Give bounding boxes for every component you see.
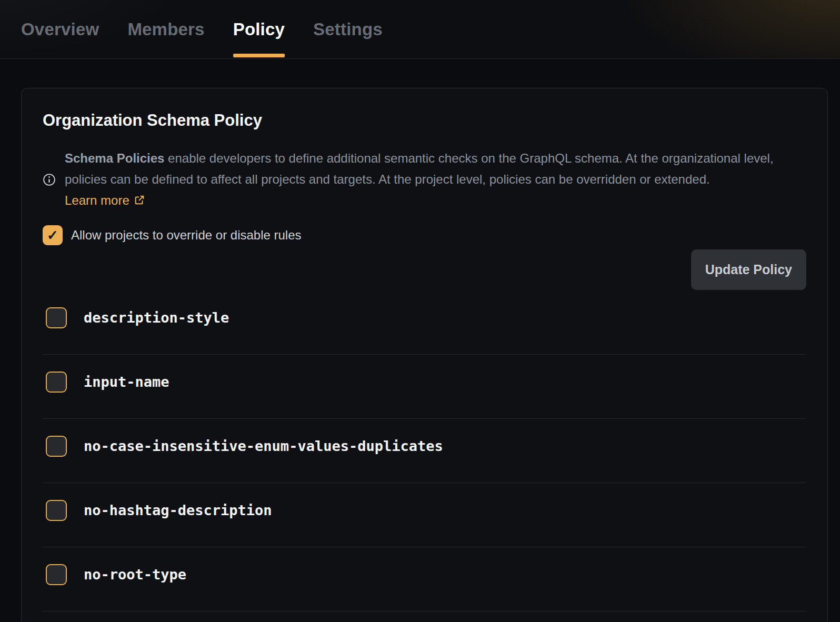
tab-members-label: Members [127,19,204,39]
rules-list: description-style input-name no-case-ins… [43,290,806,611]
policy-description-text: Schema Policies enable developers to def… [65,148,791,211]
page-title: Organization Schema Policy [43,111,806,130]
tab-policy[interactable]: Policy [233,0,285,58]
checkmark-icon: ✓ [47,227,58,244]
rule-checkbox[interactable] [46,436,67,457]
rule-label: input-name [84,372,169,393]
info-circle-icon [43,173,56,186]
rule-row-description-style: description-style [43,290,806,355]
allow-override-checkbox[interactable]: ✓ [43,225,63,245]
rule-row-input-name: input-name [43,355,806,419]
update-policy-button[interactable]: Update Policy [691,249,806,290]
rule-checkbox[interactable] [46,500,67,521]
description-lead: Schema Policies [65,151,164,165]
allow-override-row: ✓ Allow projects to override or disable … [43,225,806,245]
rule-label: no-root-type [84,564,186,585]
learn-more-label: Learn more [65,193,129,207]
rule-checkbox[interactable] [46,372,67,393]
description-body: enable developers to define additional s… [65,151,774,186]
button-row: Update Policy [43,249,806,290]
allow-override-label: Allow projects to override or disable ru… [71,228,302,243]
tab-settings[interactable]: Settings [313,0,383,58]
rule-row-no-root-type: no-root-type [43,547,806,611]
tab-policy-label: Policy [233,19,285,39]
learn-more-link[interactable]: Learn more [65,193,145,207]
tab-settings-label: Settings [313,19,383,39]
schema-policy-card: Organization Schema Policy Schema Polici… [21,88,828,622]
rule-checkbox[interactable] [46,564,67,585]
rule-row-no-case-insensitive-enum-values-duplicates: no-case-insensitive-enum-values-duplicat… [43,419,806,483]
tab-members[interactable]: Members [127,0,204,58]
active-tab-underline [233,54,285,57]
tab-bar: Overview Members Policy Settings [0,0,840,59]
rule-checkbox[interactable] [46,307,67,328]
rule-row-no-hashtag-description: no-hashtag-description [43,483,806,547]
tab-overview[interactable]: Overview [21,0,99,58]
rule-label: description-style [84,307,229,328]
rule-label: no-hashtag-description [84,500,272,521]
rule-label: no-case-insensitive-enum-values-duplicat… [84,436,443,457]
page-content: Organization Schema Policy Schema Polici… [0,59,840,622]
external-link-icon [134,194,145,206]
policy-description: Schema Policies enable developers to def… [43,148,806,211]
tab-overview-label: Overview [21,19,99,39]
